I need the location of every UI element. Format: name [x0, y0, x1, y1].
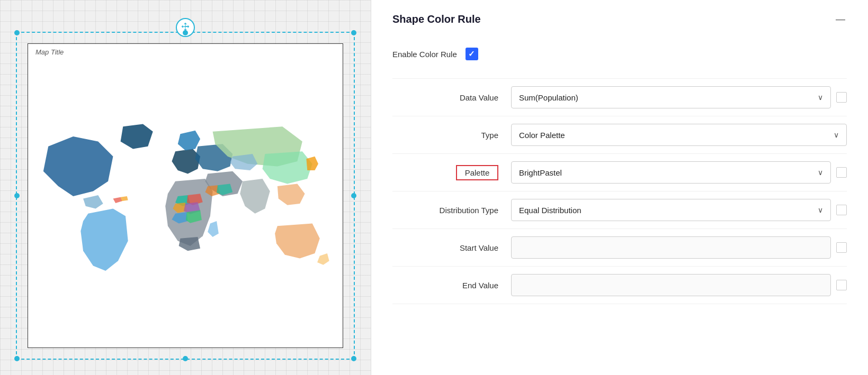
handle-mr[interactable] — [351, 193, 356, 198]
enable-color-rule-label: Enable Color Rule — [392, 50, 457, 59]
data-value-label: Data Value — [403, 93, 498, 102]
data-value-row: Data Value Sum(Population) ∨ — [392, 78, 847, 116]
handle-br[interactable] — [351, 356, 356, 361]
map-inner-box: Map Title — [28, 43, 343, 348]
palette-row: Palette BrightPastel ∨ — [392, 154, 847, 191]
enable-color-rule-row: Enable Color Rule — [392, 40, 847, 68]
palette-control: BrightPastel ∨ — [511, 161, 847, 184]
data-value-label-wrapper: Data Value — [392, 93, 498, 102]
start-value-input[interactable] — [511, 236, 831, 259]
distribution-type-row: Distribution Type Equal Distribution ∨ — [392, 191, 847, 229]
end-value-row: End Value — [392, 267, 847, 304]
data-value-control: Sum(Population) ∨ — [511, 86, 847, 108]
palette-checkbox[interactable] — [836, 167, 847, 178]
type-row: Type Color Palette ∨ — [392, 116, 847, 154]
distribution-type-chevron-icon: ∨ — [818, 206, 823, 214]
right-panel: Shape Color Rule — Enable Color Rule Dat… — [371, 0, 868, 375]
end-value-label: End Value — [403, 281, 498, 290]
end-value-input[interactable] — [511, 274, 831, 296]
palette-label-wrapper: Palette — [392, 165, 498, 180]
distribution-type-label: Distribution Type — [403, 206, 498, 215]
handle-bc[interactable] — [183, 356, 188, 361]
palette-label: Palette — [456, 165, 498, 180]
type-dropdown[interactable]: Color Palette ∨ — [511, 124, 847, 146]
map-selection-box[interactable]: Map Title — [16, 32, 355, 360]
handle-tr[interactable] — [351, 30, 356, 35]
form-section: Data Value Sum(Population) ∨ Type Color … — [392, 78, 847, 304]
type-label: Type — [403, 131, 498, 140]
end-value-checkbox[interactable] — [836, 280, 847, 290]
distribution-type-label-wrapper: Distribution Type — [392, 206, 498, 215]
data-value-chevron-icon: ∨ — [818, 93, 823, 102]
data-value-dropdown-text: Sum(Population) — [519, 93, 818, 102]
panel-title: Shape Color Rule — [392, 13, 481, 25]
start-value-control — [511, 236, 847, 259]
start-value-label: Start Value — [403, 243, 498, 252]
handle-bl[interactable] — [14, 356, 20, 361]
start-value-checkbox[interactable] — [836, 242, 847, 253]
minimize-button[interactable]: — — [834, 13, 847, 25]
map-panel: Map Title — [0, 0, 371, 375]
distribution-type-dropdown-text: Equal Distribution — [519, 206, 818, 215]
distribution-type-dropdown[interactable]: Equal Distribution ∨ — [511, 199, 831, 221]
type-label-wrapper: Type — [392, 131, 498, 140]
data-value-checkbox[interactable] — [836, 92, 847, 103]
palette-chevron-icon: ∨ — [818, 168, 823, 177]
handle-tc[interactable] — [183, 30, 188, 35]
world-map-svg — [33, 65, 332, 342]
data-value-dropdown[interactable]: Sum(Population) ∨ — [511, 86, 831, 108]
type-dropdown-text: Color Palette — [519, 131, 834, 140]
type-control: Color Palette ∨ — [511, 124, 847, 146]
palette-dropdown-text: BrightPastel — [519, 168, 818, 177]
map-title: Map Title — [35, 48, 64, 56]
end-value-control — [511, 274, 847, 296]
enable-color-rule-checkbox[interactable] — [466, 48, 478, 60]
distribution-type-checkbox[interactable] — [836, 205, 847, 215]
start-value-row: Start Value — [392, 229, 847, 267]
handle-ml[interactable] — [14, 193, 20, 198]
palette-dropdown[interactable]: BrightPastel ∨ — [511, 161, 831, 184]
start-value-label-wrapper: Start Value — [392, 243, 498, 252]
handle-tl[interactable] — [14, 30, 20, 35]
type-chevron-icon: ∨ — [834, 131, 839, 139]
end-value-label-wrapper: End Value — [392, 281, 498, 290]
distribution-type-control: Equal Distribution ∨ — [511, 199, 847, 221]
panel-header: Shape Color Rule — — [392, 13, 847, 25]
